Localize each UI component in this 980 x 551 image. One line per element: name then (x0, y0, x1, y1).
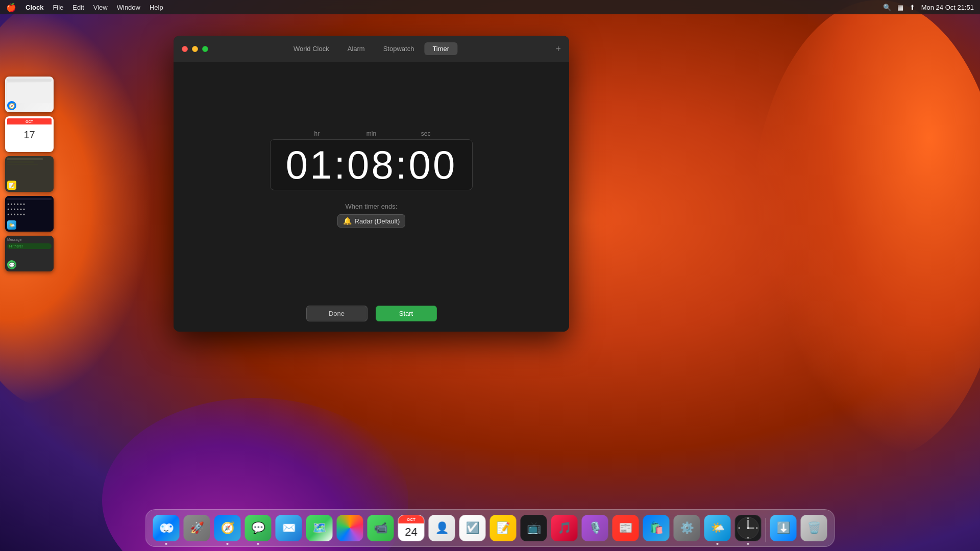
appstore-icon: 🛍️ (643, 515, 670, 541)
dock-thumbnails: 🧭 OCT 17 📝 ● ● ● ● ● ● ● ● ● ● ● ● ● ● ●… (5, 77, 54, 271)
menubar: 🍎 Clock File Edit View Window Help 🔍 ▦ ⬆… (0, 0, 980, 14)
svg-point-10 (747, 517, 749, 519)
dock-item-calendar[interactable]: OCT 24 (397, 514, 426, 542)
dock-item-systemprefs[interactable]: ⚙️ (673, 514, 701, 542)
messages-icon: 💬 (245, 515, 272, 541)
timer-display: 01:08:00 (286, 145, 457, 185)
thumb-dark-app[interactable]: ● ● ● ● ● ● ● ● ● ● ● ● ● ● ● ● ● ● 🌤️ (5, 196, 54, 232)
dock-item-reminders[interactable]: ☑️ (458, 514, 487, 542)
close-button[interactable] (182, 46, 188, 52)
dock-item-appstore[interactable]: 🛍️ (642, 514, 671, 542)
dock-item-maps[interactable]: 🗺️ (305, 514, 334, 542)
timer-display-wrapper[interactable]: 01:08:00 (270, 139, 473, 190)
podcasts-icon: 🎙️ (582, 515, 608, 541)
airdrop-icon: ⬇️ (770, 515, 797, 541)
svg-point-4 (170, 525, 172, 528)
thumb-messages[interactable]: Message Hi there! 💬 (5, 236, 54, 271)
weather-running-dot (717, 543, 719, 545)
menubar-edit[interactable]: Edit (72, 4, 84, 11)
svg-point-13 (739, 528, 740, 529)
dock-item-airdrop[interactable]: ⬇️ (769, 514, 798, 542)
messages-running-dot (257, 543, 259, 545)
dock-item-appletv[interactable]: 📺 (520, 514, 548, 542)
sound-selector[interactable]: 🔔 Radar (Default) (337, 214, 406, 228)
menubar-window[interactable]: Window (117, 4, 140, 11)
dock-item-weather[interactable]: 🌤️ (703, 514, 732, 542)
dock-item-messages[interactable]: 💬 (244, 514, 273, 542)
window-tabs: World Clock Alarm Stopwatch Timer (285, 42, 457, 55)
menubar-view[interactable]: View (93, 4, 108, 11)
start-button[interactable]: Start (376, 306, 437, 321)
trash-icon: 🗑️ (801, 515, 827, 541)
menubar-file[interactable]: File (53, 4, 63, 11)
menubar-app-name[interactable]: Clock (26, 4, 43, 11)
min-label: min (344, 130, 399, 137)
timer-labels: hr min sec (287, 130, 456, 137)
weather-icon: 🌤️ (704, 515, 731, 541)
dock-item-contacts[interactable]: 👤 (428, 514, 456, 542)
dock-item-music[interactable]: 🎵 (550, 514, 579, 542)
svg-point-3 (162, 525, 164, 528)
sec-label: sec (399, 130, 453, 137)
contacts-icon: 👤 (429, 515, 455, 541)
photos-icon (337, 515, 363, 541)
clock-window: World Clock Alarm Stopwatch Timer + hr m… (174, 36, 569, 332)
tab-timer[interactable]: Timer (424, 42, 457, 55)
thumb-notes[interactable]: 📝 (5, 156, 54, 192)
clock-dock-icon (735, 515, 762, 541)
when-timer-ends-section: When timer ends: 🔔 Radar (Default) (337, 203, 406, 228)
hr-label: hr (290, 130, 345, 137)
tab-alarm[interactable]: Alarm (339, 42, 373, 55)
dock-item-photos[interactable] (336, 514, 364, 542)
music-icon: 🎵 (551, 515, 578, 541)
facetime-icon: 📹 (368, 515, 394, 541)
maximize-button[interactable] (202, 46, 208, 52)
tab-stopwatch[interactable]: Stopwatch (375, 42, 423, 55)
sound-emoji: 🔔 (343, 217, 352, 225)
systemprefs-icon: ⚙️ (674, 515, 700, 541)
reminders-icon: ☑️ (459, 515, 486, 541)
control-center-icon[interactable]: ▦ (897, 4, 903, 11)
dock-item-launchpad[interactable]: 🚀 (183, 514, 211, 542)
dock-item-clock[interactable] (734, 514, 763, 542)
dock-item-notes[interactable]: 📝 (489, 514, 518, 542)
window-content: hr min sec 01:08:00 When timer ends: 🔔 R… (174, 62, 569, 332)
thumb-calendar[interactable]: OCT 17 (5, 116, 54, 152)
dock-divider (766, 518, 766, 542)
search-icon[interactable]: 🔍 (883, 4, 891, 11)
apple-menu[interactable]: 🍎 (6, 3, 16, 12)
finder-icon (153, 515, 180, 541)
dock-item-podcasts[interactable]: 🎙️ (581, 514, 609, 542)
wifi-icon[interactable]: ⬆ (910, 4, 915, 11)
minimize-button[interactable] (192, 46, 198, 52)
dock-item-mail[interactable]: ✉️ (275, 514, 303, 542)
thumb-safari[interactable]: 🧭 (5, 77, 54, 112)
dock-item-safari[interactable]: 🧭 (213, 514, 242, 542)
sound-label: Radar (Default) (355, 217, 400, 225)
clock-running-dot (747, 543, 749, 545)
menubar-right: 🔍 ▦ ⬆ Mon 24 Oct 21:51 (883, 4, 974, 11)
dock-item-news[interactable]: 📰 (611, 514, 640, 542)
notes-icon: 📝 (490, 515, 517, 541)
tab-world-clock[interactable]: World Clock (285, 42, 337, 55)
menubar-left: 🍎 Clock File Edit View Window Help (6, 3, 163, 12)
calendar-icon: OCT 24 (398, 515, 425, 541)
appletv-icon: 📺 (521, 515, 547, 541)
bg-swirl-right (750, 0, 980, 459)
window-footer: Done Start (174, 295, 569, 332)
timer-section: hr min sec 01:08:00 When timer ends: 🔔 R… (174, 62, 569, 295)
launchpad-icon: 🚀 (184, 515, 210, 541)
when-timer-ends-label: When timer ends: (337, 203, 406, 210)
dock-item-facetime[interactable]: 📹 (366, 514, 395, 542)
add-button[interactable]: + (555, 44, 561, 54)
menubar-help[interactable]: Help (150, 4, 163, 11)
done-button[interactable]: Done (306, 306, 368, 321)
finder-running-dot (165, 543, 167, 545)
news-icon: 📰 (612, 515, 639, 541)
svg-point-11 (756, 528, 757, 529)
traffic-lights (182, 46, 208, 52)
dock-item-finder[interactable] (152, 514, 181, 542)
dock-item-trash[interactable]: 🗑️ (800, 514, 828, 542)
safari-icon: 🧭 (214, 515, 241, 541)
svg-point-12 (747, 537, 749, 539)
